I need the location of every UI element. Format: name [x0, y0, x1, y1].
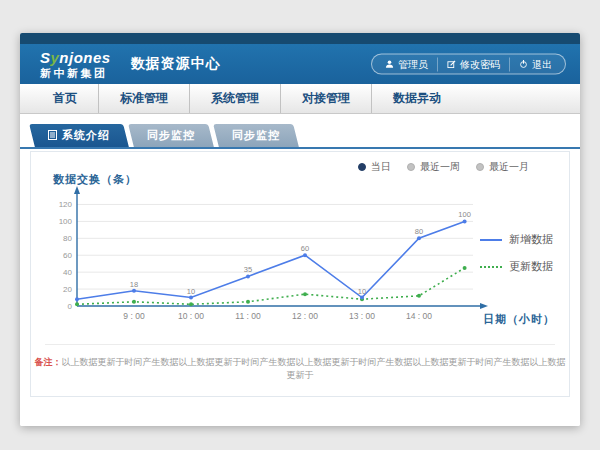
- radio-icon: [358, 163, 366, 171]
- brand-name: Synjones: [40, 50, 111, 65]
- nav-item-system-mgmt[interactable]: 系统管理: [189, 84, 280, 113]
- svg-text:10: 10: [187, 287, 195, 296]
- filter-last-week[interactable]: 最近一周: [407, 160, 460, 174]
- svg-text:10 : 00: 10 : 00: [178, 311, 204, 321]
- main-nav: 首页 标准管理 系统管理 对接管理 数据异动: [20, 84, 580, 114]
- time-range-filter: 当日 最近一周 最近一月: [358, 160, 529, 174]
- footnote: 备注：以上数据更新于时间产生数据以上数据更新于时间产生数据以上数据更新于时间产生…: [31, 356, 569, 382]
- chart-panel: 当日 最近一周 最近一月 数据交换（条） 0204060801001209 : …: [30, 151, 570, 397]
- svg-text:11 : 00: 11 : 00: [235, 311, 261, 321]
- document-icon: [48, 130, 57, 142]
- chart-legend: 新增数据 更新数据: [480, 232, 553, 274]
- footnote-label: 备注：: [35, 357, 62, 367]
- tab-sync-monitor-2[interactable]: 同步监控: [213, 124, 299, 147]
- nav-item-data-change[interactable]: 数据异动: [371, 84, 462, 113]
- chart-area: 0204060801001209 : 0010 : 0011 : 0012 : …: [41, 184, 511, 336]
- svg-text:60: 60: [63, 251, 72, 260]
- radio-icon: [407, 163, 415, 171]
- brand-subtitle: 新中新集团: [40, 68, 111, 79]
- svg-text:0: 0: [68, 302, 73, 311]
- dotted-line-icon: [480, 266, 502, 268]
- x-axis-label: 日期（小时）: [483, 312, 555, 327]
- tab-bar: 系统介绍 同步监控 同步监控: [32, 124, 301, 147]
- svg-text:100: 100: [458, 210, 471, 219]
- tab-sync-monitor-1[interactable]: 同步监控: [128, 124, 214, 147]
- svg-text:9 : 00: 9 : 00: [123, 311, 145, 321]
- svg-text:60: 60: [301, 244, 309, 253]
- svg-text:18: 18: [130, 280, 138, 289]
- user-toolbar: 管理员 修改密码 退出: [371, 54, 566, 75]
- svg-text:12 : 00: 12 : 00: [292, 311, 318, 321]
- nav-item-standard-mgmt[interactable]: 标准管理: [98, 84, 189, 113]
- tab-system-intro[interactable]: 系统介绍: [29, 124, 129, 147]
- svg-text:40: 40: [63, 268, 72, 277]
- user-icon: [385, 60, 394, 69]
- svg-text:80: 80: [415, 227, 423, 236]
- svg-text:20: 20: [63, 285, 72, 294]
- filter-last-month[interactable]: 最近一月: [476, 160, 529, 174]
- radio-icon: [476, 163, 484, 171]
- nav-item-interface-mgmt[interactable]: 对接管理: [280, 84, 371, 113]
- svg-text:120: 120: [59, 200, 73, 209]
- svg-text:80: 80: [63, 234, 72, 243]
- brand-logo: Synjones 新中新集团: [40, 50, 111, 79]
- note-divider: [45, 344, 555, 345]
- admin-user-button[interactable]: 管理员: [376, 57, 437, 71]
- edit-icon: [447, 60, 456, 69]
- svg-text:14 : 00: 14 : 00: [406, 311, 432, 321]
- app-header: Synjones 新中新集团 数据资源中心 管理员 修改密码 退出: [20, 44, 580, 84]
- svg-text:35: 35: [244, 265, 252, 274]
- filter-today[interactable]: 当日: [358, 160, 391, 174]
- page-title: 数据资源中心: [131, 55, 221, 73]
- svg-text:13 : 00: 13 : 00: [349, 311, 375, 321]
- nav-item-home[interactable]: 首页: [32, 84, 98, 113]
- legend-item-updated-data[interactable]: 更新数据: [480, 259, 553, 274]
- legend-item-new-data[interactable]: 新增数据: [480, 232, 553, 247]
- solid-line-icon: [480, 239, 502, 241]
- line-chart-svg: 0204060801001209 : 0010 : 0011 : 0012 : …: [41, 184, 511, 336]
- tab-underline: [20, 147, 580, 149]
- window-top-strip: [20, 33, 580, 44]
- power-icon: [519, 60, 528, 69]
- app-window: Synjones 新中新集团 数据资源中心 管理员 修改密码 退出: [20, 33, 580, 426]
- logout-button[interactable]: 退出: [509, 57, 561, 71]
- svg-text:10: 10: [358, 287, 366, 296]
- change-password-button[interactable]: 修改密码: [437, 57, 509, 71]
- main-content: 系统介绍 同步监控 同步监控 当日 最近一周: [20, 114, 580, 426]
- svg-text:100: 100: [59, 217, 73, 226]
